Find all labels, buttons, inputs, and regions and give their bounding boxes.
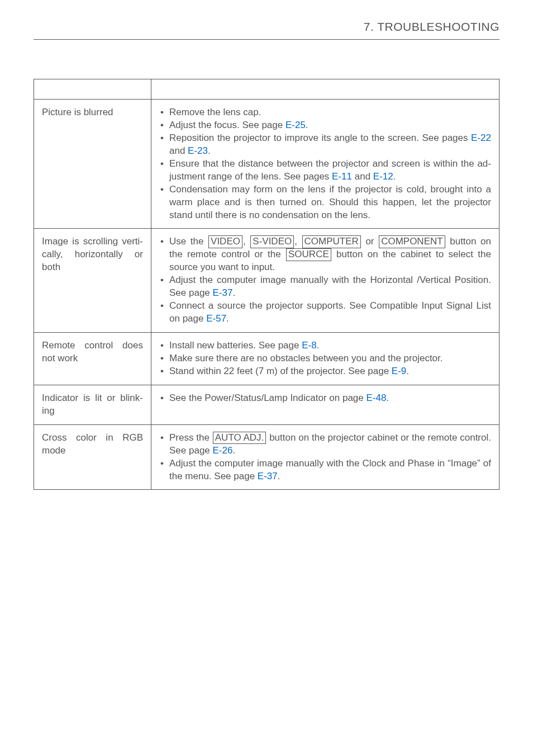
table-row: Cross color in RGB mode Press the AUTO A…	[34, 424, 499, 490]
list-item: Press the AUTO ADJ. button on the projec…	[159, 432, 491, 457]
page-link[interactable]: E-11	[332, 171, 352, 182]
remedy-cell: Press the AUTO ADJ. button on the projec…	[151, 424, 499, 490]
list-item: Adjust the computer image manually with …	[159, 274, 491, 300]
page-link[interactable]: E-26	[213, 445, 233, 456]
list-item: Adjust the focus. See page E-25.	[159, 119, 491, 132]
page-link[interactable]: E-48	[367, 393, 387, 403]
auto-adj-button-icon: AUTO ADJ.	[213, 432, 266, 444]
problem-cell: Image is scrolling verti­cally, horizont…	[34, 229, 151, 333]
remedy-cell: Use the VIDEO, S-VIDEO, COMPUTER or COMP…	[151, 229, 499, 333]
problem-cell: Indicator is lit or blink­ing	[34, 385, 151, 424]
list-item: Make sure there are no obstacles between…	[159, 352, 491, 365]
page-link[interactable]: E-23	[188, 145, 208, 156]
computer-button-icon: COMPUTER	[302, 235, 361, 248]
page-link[interactable]: E-12	[373, 171, 393, 182]
page-link[interactable]: E-37	[213, 287, 233, 298]
problem-cell: Picture is blurred	[34, 100, 151, 229]
list-item: Install new batteries. See page E-8.	[159, 339, 491, 352]
page-link[interactable]: E-8	[302, 340, 316, 351]
page-link[interactable]: E-37	[258, 471, 278, 481]
remedy-cell: See the Power/Status/Lamp Indicator on p…	[151, 385, 499, 424]
remedy-cell: Install new batteries. See page E-8. Mak…	[151, 333, 499, 385]
page-link[interactable]: E-25	[285, 120, 306, 130]
list-item: Remove the lens cap.	[159, 106, 491, 119]
page-link[interactable]: E-22	[471, 133, 491, 143]
component-button-icon: COMPONENT	[379, 235, 445, 248]
list-item: See the Power/Status/Lamp Indicator on p…	[159, 392, 491, 405]
remedy-cell: Remove the lens cap. Adjust the focus. S…	[151, 100, 499, 229]
header-problem	[34, 79, 151, 100]
list-item: Condensation may form on the lens if the…	[159, 183, 491, 222]
table-row: Remote control does not work Install new…	[34, 333, 499, 385]
list-item: Connect a source the projector supports.…	[159, 300, 491, 325]
header-remedy	[151, 79, 499, 100]
source-button-icon: SOURCE	[286, 248, 331, 261]
list-item: Reposition the projector to improve its …	[159, 132, 491, 158]
table-row: Picture is blurred Remove the lens cap. …	[34, 100, 499, 229]
table-row: Indicator is lit or blink­ing See the Po…	[34, 385, 499, 424]
troubleshooting-table: Picture is blurred Remove the lens cap. …	[34, 79, 499, 490]
list-item: Stand within 22 feet (7 m) of the projec…	[159, 365, 491, 378]
problem-cell: Cross color in RGB mode	[34, 424, 151, 490]
list-item: Use the VIDEO, S-VIDEO, COMPUTER or COMP…	[159, 235, 491, 274]
list-item: Ensure that the distance between the pro…	[159, 158, 491, 183]
section-heading: 7. TROUBLESHOOTING	[34, 20, 499, 40]
page-link[interactable]: E-9	[392, 366, 406, 376]
page-link[interactable]: E-57	[206, 313, 226, 324]
video-button-icon: VIDEO	[208, 235, 242, 248]
problem-cell: Remote control does not work	[34, 333, 151, 385]
s-video-button-icon: S-VIDEO	[250, 235, 294, 248]
list-item: Adjust the computer image manually with …	[159, 457, 491, 483]
table-row: Image is scrolling verti­cally, horizont…	[34, 229, 499, 333]
